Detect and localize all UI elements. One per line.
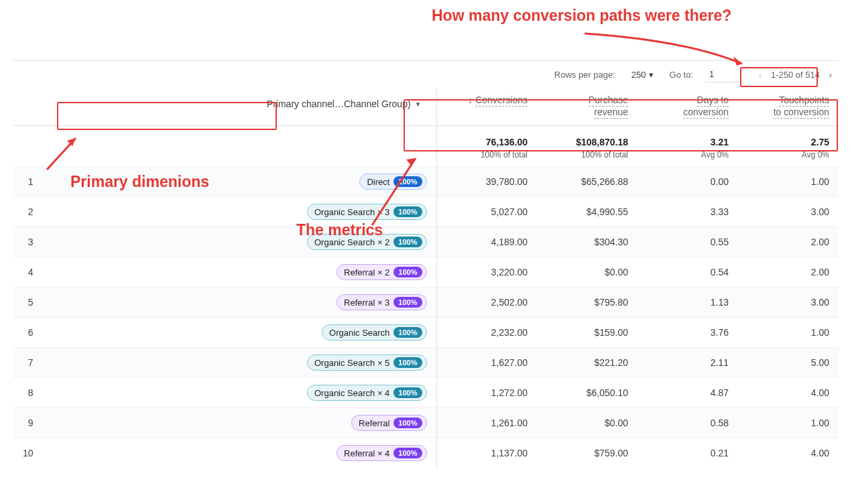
row-index: 8 xyxy=(13,378,43,408)
table-row[interactable]: 1Direct100%39,780.00$65,266.880.001.00 xyxy=(13,167,839,197)
chevron-left-icon: ‹ xyxy=(759,70,762,80)
cell-revenue: $4,990.55 xyxy=(537,197,637,227)
table-row[interactable]: 3Organic Search × 2100%4,189.00$304.300.… xyxy=(13,227,839,257)
cell-touchpoints: 4.00 xyxy=(738,438,839,468)
cell-touchpoints: 5.00 xyxy=(738,348,839,378)
table-row[interactable]: 8Organic Search × 4100%1,272.00$6,050.10… xyxy=(13,378,839,408)
channel-label: Direct xyxy=(367,177,389,187)
conversion-paths-table: Primary channel…Channel Group) ▼ ↓Conver… xyxy=(13,88,839,468)
row-index: 9 xyxy=(13,408,43,438)
channel-label: Organic Search × 5 xyxy=(314,358,389,368)
cell-revenue: $304.30 xyxy=(537,227,637,257)
channel-pill[interactable]: Referral × 3100% xyxy=(337,294,426,310)
column-header-touchpoints-to-conversion[interactable]: Touchpoints to conversion xyxy=(738,88,839,126)
cell-revenue: $65,266.88 xyxy=(537,167,637,197)
table-row[interactable]: 2Organic Search × 3100%5,027.00$4,990.55… xyxy=(13,197,839,227)
row-index: 3 xyxy=(13,227,43,257)
cell-revenue: $221.20 xyxy=(537,348,637,378)
channel-pill[interactable]: Organic Search × 5100% xyxy=(307,355,427,371)
cell-days: 0.21 xyxy=(637,438,738,468)
channel-pill[interactable]: Referral × 4100% xyxy=(337,445,426,461)
cell-days: 2.11 xyxy=(637,348,738,378)
channel-pill[interactable]: Organic Search × 4100% xyxy=(307,385,427,401)
channel-pct-badge: 100% xyxy=(393,237,422,247)
channel-pct-badge: 100% xyxy=(393,418,422,428)
primary-dimension-dropdown[interactable]: Primary channel…Channel Group) ▼ xyxy=(261,94,427,113)
primary-dimension-label: Primary channel…Channel Group) xyxy=(267,99,411,109)
cell-conversions: 1,627.00 xyxy=(436,348,537,378)
cell-touchpoints: 1.00 xyxy=(738,167,839,197)
cell-conversions: 5,027.00 xyxy=(436,197,537,227)
cell-days: 0.00 xyxy=(637,167,738,197)
cell-conversions: 1,272.00 xyxy=(436,378,537,408)
row-index: 4 xyxy=(13,257,43,288)
total-days: 3.21 xyxy=(711,137,729,147)
totals-row: 76,136.00100% of total $108,870.18100% o… xyxy=(13,126,839,167)
table-row[interactable]: 10Referral × 4100%1,137.00$759.000.214.0… xyxy=(13,438,839,468)
channel-label: Referral × 2 xyxy=(344,267,389,277)
total-touchpoints: 2.75 xyxy=(811,137,829,147)
channel-label: Referral × 4 xyxy=(344,448,389,458)
row-index: 5 xyxy=(13,288,43,318)
row-index: 10 xyxy=(13,438,43,468)
pagination-controls: Rows per page: 250 ▾ Go to: ‹ 1-250 of 5… xyxy=(13,60,839,88)
channel-pill[interactable]: Organic Search × 3100% xyxy=(307,204,427,220)
cell-revenue: $0.00 xyxy=(537,257,637,288)
cell-revenue: $6,050.10 xyxy=(537,378,637,408)
channel-label: Referral xyxy=(359,418,389,428)
goto-input[interactable] xyxy=(705,66,740,82)
channel-pill[interactable]: Referral100% xyxy=(351,415,426,431)
caret-down-icon: ▼ xyxy=(415,101,422,108)
channel-label: Organic Search xyxy=(329,328,389,338)
cell-days: 4.87 xyxy=(637,378,738,408)
channel-label: Organic Search × 3 xyxy=(314,207,389,217)
channel-label: Organic Search × 4 xyxy=(314,388,389,398)
prev-page-button[interactable]: ‹ xyxy=(752,66,768,82)
cell-conversions: 1,261.00 xyxy=(436,408,537,438)
channel-pct-badge: 100% xyxy=(393,176,422,187)
row-index: 6 xyxy=(13,318,43,348)
annotation-conversion-paths: How many conversion paths were there? xyxy=(432,7,731,25)
channel-pill[interactable]: Organic Search100% xyxy=(322,324,426,340)
channel-pill[interactable]: Organic Search × 2100% xyxy=(307,234,427,250)
channel-pct-badge: 100% xyxy=(393,448,422,458)
sort-descending-icon: ↓ xyxy=(468,94,473,105)
rows-per-page-select[interactable]: 250 ▾ xyxy=(627,67,658,82)
table-row[interactable]: 6Organic Search100%2,232.00$159.003.761.… xyxy=(13,318,839,348)
cell-touchpoints: 3.00 xyxy=(738,197,839,227)
column-header-purchase-revenue[interactable]: Purchase revenue xyxy=(537,88,637,126)
column-header-conversions[interactable]: ↓Conversions xyxy=(436,88,537,126)
cell-days: 0.55 xyxy=(637,227,738,257)
goto-label: Go to: xyxy=(670,70,693,80)
cell-conversions: 2,232.00 xyxy=(436,318,537,348)
column-header-days-to-conversion[interactable]: Days to conversion xyxy=(637,88,738,126)
channel-pct-badge: 100% xyxy=(393,267,422,277)
cell-touchpoints: 2.00 xyxy=(738,257,839,288)
cell-touchpoints: 1.00 xyxy=(738,318,839,348)
cell-days: 0.58 xyxy=(637,408,738,438)
channel-pct-badge: 100% xyxy=(393,206,422,217)
table-row[interactable]: 4Referral × 2100%3,220.00$0.000.542.00 xyxy=(13,257,839,288)
channel-pill[interactable]: Direct100% xyxy=(359,174,426,190)
row-index: 2 xyxy=(13,197,43,227)
table-row[interactable]: 9Referral100%1,261.00$0.000.581.00 xyxy=(13,408,839,438)
channel-pct-badge: 100% xyxy=(393,327,422,338)
cell-days: 0.54 xyxy=(637,257,738,288)
channel-pct-badge: 100% xyxy=(393,387,422,398)
row-index: 1 xyxy=(13,167,43,197)
caret-down-icon: ▾ xyxy=(649,70,654,80)
channel-pill[interactable]: Referral × 2100% xyxy=(337,264,426,280)
cell-revenue: $759.00 xyxy=(537,438,637,468)
rows-per-page-label: Rows per page: xyxy=(554,70,615,80)
next-page-button[interactable]: › xyxy=(823,66,839,82)
cell-conversions: 3,220.00 xyxy=(436,257,537,288)
total-revenue: $108,870.18 xyxy=(576,137,628,147)
table-row[interactable]: 7Organic Search × 5100%1,627.00$221.202.… xyxy=(13,348,839,378)
cell-conversions: 2,502.00 xyxy=(436,288,537,318)
rows-per-page-value: 250 xyxy=(631,70,646,80)
chevron-right-icon: › xyxy=(829,70,832,80)
cell-revenue: $159.00 xyxy=(537,318,637,348)
cell-touchpoints: 2.00 xyxy=(738,227,839,257)
table-row[interactable]: 5Referral × 3100%2,502.00$795.801.133.00 xyxy=(13,288,839,318)
page-range: 1-250 of 514 xyxy=(771,70,820,80)
